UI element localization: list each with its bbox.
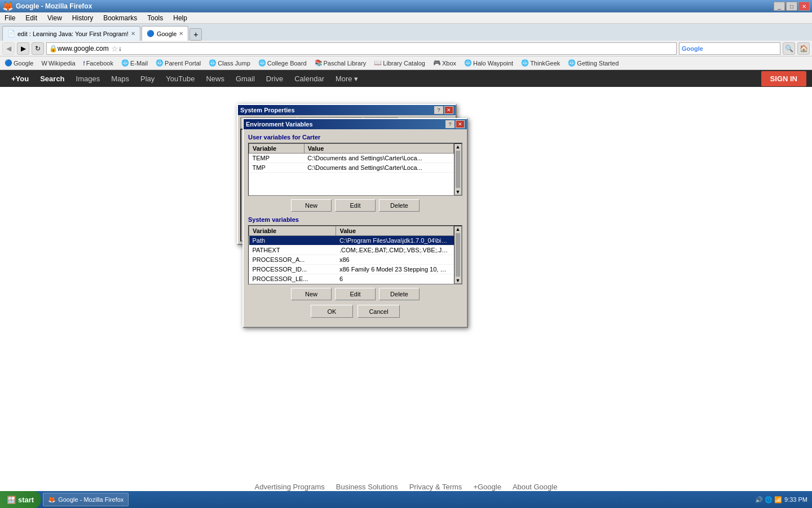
bookmark-google[interactable]: 🔵 Google [2,58,36,68]
footer-about[interactable]: About Google [513,483,558,491]
menu-help[interactable]: Help [171,14,189,22]
google-nav-news[interactable]: News [200,70,230,87]
sign-in-button[interactable]: SIGN IN [761,71,806,86]
google-nav-youtube[interactable]: YouTube [160,70,200,87]
bookmark-college-board[interactable]: 🌐 College Board [256,58,309,68]
google-nav-more[interactable]: More ▾ [330,70,364,87]
bookmark-xbox-label: Xbox [442,60,456,67]
bookmark-facebook[interactable]: f Facebook [81,59,116,68]
bookmark-class-jump[interactable]: 🌐 Class Jump [206,58,252,68]
maximize-button[interactable]: □ [786,2,797,11]
user-edit-button[interactable]: Edit [335,199,376,212]
user-new-button[interactable]: New [291,199,332,212]
user-var-row-1: TEMP C:\Documents and Settings\Carter\Lo… [249,154,454,163]
google-nav-gmail[interactable]: Gmail [230,70,261,87]
sys-var-val-proc-le: 6 [336,274,454,284]
bookmark-wikipedia-icon: W [41,60,47,67]
bookmark-parent-portal[interactable]: 🌐 Parent Portal [153,58,203,68]
google-nav-images[interactable]: Images [70,70,106,87]
address-bar[interactable]: 🔒 www.google.com ☆ ↓ [46,42,677,55]
google-logo-small: Google [682,45,703,52]
bookmark-getting-started[interactable]: 🌐 Getting Started [566,58,621,68]
sys-var-row-pathext[interactable]: PATHEXT .COM;.EXE;.BAT;.CMD;.VBS;.VBE;.J… [249,246,454,255]
bookmark-star[interactable]: ☆ [111,44,118,53]
user-vars-scrollbar[interactable]: ▲ ▼ [454,143,462,195]
sys-var-row-proc-le[interactable]: PROCESSOR_LE... 6 [249,274,454,284]
address-icon: 🔒 [49,45,58,52]
menu-history[interactable]: History [70,14,95,22]
footer-business[interactable]: Business Solutions [336,483,398,491]
sys-new-button[interactable]: New [291,288,332,300]
tab-1-close[interactable]: ✕ [179,30,183,37]
user-vars-table: Variable Value TEMP C:\Documents and Set… [249,143,454,195]
bookmark-email[interactable]: 🌐 E-Mail [119,58,150,68]
menu-edit[interactable]: Edit [23,14,39,22]
google-nav-plus-you[interactable]: +You [6,70,34,87]
google-nav-drive[interactable]: Drive [261,70,289,87]
footer-advertising[interactable]: Advertising Programs [255,483,325,491]
system-props-title: System Properties [240,107,295,113]
sys-edit-button[interactable]: Edit [335,288,376,300]
bookmark-xbox[interactable]: 🎮 Xbox [431,58,458,68]
forward-button[interactable]: ▶ [17,42,29,55]
menu-view[interactable]: View [45,14,64,22]
user-vars-buttons: New Edit Delete [248,199,462,212]
bookmark-thinkgeek[interactable]: 🌐 ThinkGeek [519,58,562,68]
sys-var-val-proc-a: x86 [336,255,454,265]
sys-var-row-path[interactable]: Path C:\Program Files\Java\jdk1.7.0_04\b… [249,236,454,246]
bookmark-library-catalog-icon: 📖 [374,59,382,67]
system-props-help-btn[interactable]: ? [434,106,443,114]
tab-0[interactable]: 📄 edit : Learning Java: Your First Progr… [2,26,140,41]
tab-0-label: edit : Learning Java: Your First Program… [17,30,129,37]
google-nav-search[interactable]: Search [34,70,70,87]
user-val-col-header: Value [304,144,453,154]
bookmark-google-icon: 🔵 [5,59,12,67]
tab-0-close[interactable]: ✕ [131,30,135,37]
system-props-close-btn[interactable]: ✕ [444,106,453,114]
ok-button[interactable]: OK [311,305,353,318]
minimize-button[interactable]: _ [774,2,785,11]
google-nav-maps[interactable]: Maps [105,70,135,87]
google-nav-play[interactable]: Play [135,70,160,87]
taskbar-task-firefox[interactable]: 🦊 Google - Mozilla Firefox [43,493,129,506]
refresh-icon[interactable]: ↓ [118,45,122,52]
browser-content: System Properties ? ✕ System Restore Aut… [0,87,812,508]
back-button[interactable]: ◀ [2,42,15,55]
bookmark-class-jump-icon: 🌐 [209,59,217,67]
sys-var-row-proc-a[interactable]: PROCESSOR_A... x86 [249,255,454,265]
sys-var-row-proc-id[interactable]: PROCESSOR_ID... x86 Family 6 Model 23 St… [249,265,454,274]
taskbar-right: 🔊 🌐 📶 9:33 PM [755,496,812,503]
search-bar[interactable]: Google [679,42,780,55]
ok-cancel-area: OK Cancel [248,300,462,322]
bookmark-wikipedia[interactable]: W Wikipedia [39,59,77,68]
tab-1[interactable]: 🔵 Google ✕ [142,26,188,41]
menu-file[interactable]: File [2,14,17,22]
tab-1-icon: 🔵 [147,30,155,37]
sys-var-name-proc-id: PROCESSOR_ID... [249,265,336,274]
env-close-btn[interactable]: ✕ [456,120,465,128]
start-button[interactable]: 🪟 start [0,491,41,508]
bookmark-paschal-library[interactable]: 📚 Paschal Library [312,58,369,68]
sys-delete-button[interactable]: Delete [379,288,420,300]
taskbar-task-label: Google - Mozilla Firefox [58,496,123,503]
new-tab-button[interactable]: + [189,28,202,41]
footer-plus-google[interactable]: +Google [473,483,501,491]
reload-button[interactable]: ↻ [32,42,44,55]
sys-var-name-path: Path [249,236,336,246]
search-button[interactable]: 🔍 [783,42,795,55]
footer: Advertising Programs Business Solutions … [0,483,812,491]
menu-tools[interactable]: Tools [145,14,165,22]
bookmark-getting-started-icon: 🌐 [568,59,576,67]
bookmark-google-label: Google [14,60,33,67]
menu-bookmarks[interactable]: Bookmarks [101,14,139,22]
env-help-btn[interactable]: ? [445,120,454,128]
sys-vars-scrollbar[interactable]: ▲ ▼ [454,226,462,284]
cancel-button[interactable]: Cancel [358,305,400,318]
bookmark-library-catalog[interactable]: 📖 Library Catalog [372,58,427,68]
home-button[interactable]: 🏠 [797,42,810,55]
user-delete-button[interactable]: Delete [379,199,420,212]
google-nav-calendar[interactable]: Calendar [289,70,330,87]
close-button[interactable]: ✕ [798,2,810,11]
bookmark-halo[interactable]: 🌐 Halo Waypoint [462,58,515,68]
footer-privacy[interactable]: Privacy & Terms [409,483,462,491]
